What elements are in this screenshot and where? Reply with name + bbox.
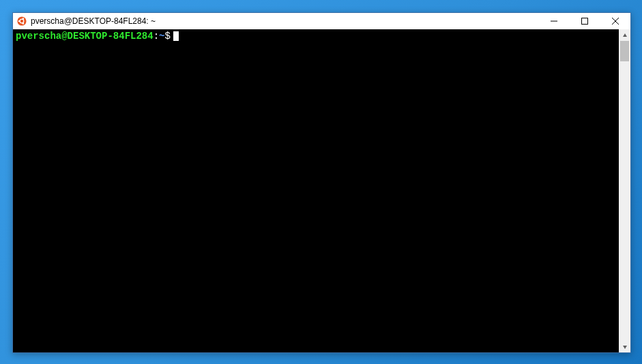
scroll-up-arrow[interactable] xyxy=(619,29,630,41)
prompt-line: pverscha@DESKTOP-84FL284:~$ xyxy=(16,31,616,42)
prompt-userhost: pverscha@DESKTOP-84FL284 xyxy=(16,31,154,42)
svg-point-2 xyxy=(18,20,20,22)
scroll-thumb[interactable] xyxy=(620,41,629,61)
scrollbar[interactable] xyxy=(619,29,630,352)
svg-rect-6 xyxy=(581,18,587,25)
svg-marker-9 xyxy=(623,33,627,37)
terminal-content[interactable]: pverscha@DESKTOP-84FL284:~$ xyxy=(13,29,619,352)
window-title: pverscha@DESKTOP-84FL284: ~ xyxy=(31,16,538,26)
terminal-window: pverscha@DESKTOP-84FL284: ~ pverscha@DES… xyxy=(12,12,631,353)
ubuntu-icon xyxy=(17,16,27,26)
window-controls xyxy=(538,13,630,29)
svg-point-4 xyxy=(23,22,25,25)
prompt-dollar: $ xyxy=(164,31,170,42)
prompt-colon: : xyxy=(154,31,159,42)
close-button[interactable] xyxy=(600,13,630,29)
svg-point-3 xyxy=(23,18,25,20)
terminal-area: pverscha@DESKTOP-84FL284:~$ xyxy=(13,29,630,352)
scroll-track[interactable] xyxy=(619,41,630,341)
cursor xyxy=(173,31,179,41)
maximize-button[interactable] xyxy=(569,13,600,29)
svg-marker-10 xyxy=(623,346,627,349)
titlebar[interactable]: pverscha@DESKTOP-84FL284: ~ xyxy=(13,13,630,29)
minimize-button[interactable] xyxy=(538,13,569,29)
scroll-down-arrow[interactable] xyxy=(619,341,630,352)
